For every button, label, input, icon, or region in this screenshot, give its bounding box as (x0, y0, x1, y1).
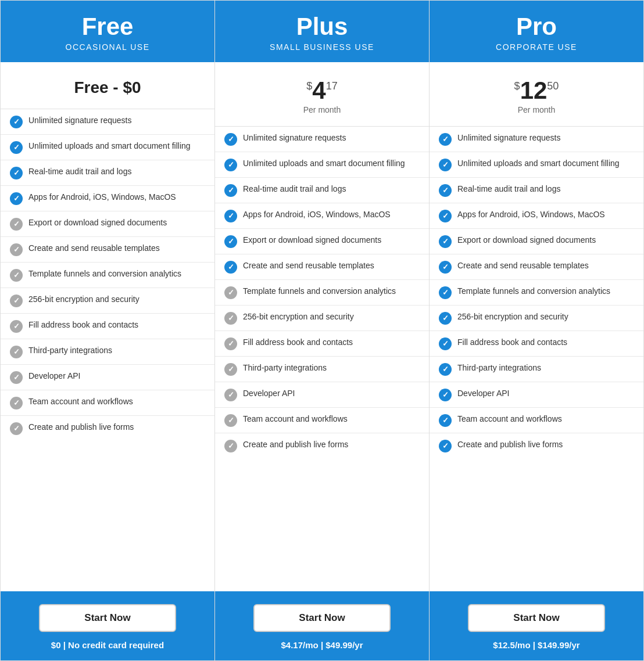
plan-plus-feature-5-text: Create and send reusable templates (243, 260, 374, 272)
plan-free-header: FreeOCCASIONAL USE (1, 1, 214, 62)
plan-plus-feature-9: ✓Third-party integrations (215, 357, 429, 382)
plan-plus-feature-4-text: Export or download signed documents (243, 235, 381, 246)
plan-pro-feature-6: ✓Template funnels and conversion analyti… (430, 280, 643, 306)
plan-plus-price-number: 4 (312, 78, 325, 103)
plan-free-feature-12: ✓Create and publish live forms (1, 416, 214, 441)
plan-free-feature-10-text: Developer API (28, 371, 81, 382)
plan-plus-start-button[interactable]: Start Now (253, 604, 390, 632)
plan-pro-feature-3-text: Apps for Android, iOS, Windows, MacOS (457, 209, 605, 221)
plan-pro-feature-11-text: Team account and workflows (457, 414, 562, 425)
plan-plus-feature-12-check-icon: ✓ (224, 440, 237, 452)
plan-free-feature-5-check-icon: ✓ (10, 243, 23, 256)
plan-pro-feature-6-text: Template funnels and conversion analytic… (457, 286, 610, 297)
plan-free-start-button[interactable]: Start Now (39, 604, 176, 632)
plan-free-name: Free (6, 13, 209, 40)
plan-pro-feature-4: ✓Export or download signed documents (430, 229, 643, 254)
plan-free-feature-1-text: Unlimited uploads and smart document fil… (28, 141, 191, 152)
plan-pro-feature-5: ✓Create and send reusable templates (430, 254, 643, 280)
plan-plus-feature-0: ✓Unlimited signature requests (215, 127, 429, 152)
plan-plus-feature-7-check-icon: ✓ (224, 312, 237, 325)
plan-plus-feature-7-text: 256-bit encryption and security (243, 311, 354, 323)
plan-pro-feature-8: ✓Fill address book and contacts (430, 331, 643, 357)
plan-plus-feature-4-check-icon: ✓ (224, 235, 237, 248)
plan-plus-period: Per month (221, 105, 423, 114)
plan-free-feature-12-check-icon: ✓ (10, 422, 23, 435)
plan-pro-price-note: $12.5/mo | $149.99/yr (493, 640, 579, 650)
plan-free-feature-3-check-icon: ✓ (10, 192, 23, 205)
plan-pro-feature-0: ✓Unlimited signature requests (430, 127, 643, 152)
plan-pro-start-button[interactable]: Start Now (468, 604, 604, 632)
plan-plus-feature-1-text: Unlimited uploads and smart document fil… (243, 158, 405, 170)
plan-free-type: OCCASIONAL USE (6, 42, 209, 52)
plan-free-feature-5: ✓Create and send reusable templates (1, 237, 214, 263)
plan-plus-feature-2: ✓Real-time audit trail and logs (215, 178, 429, 203)
plan-pro-feature-7: ✓256-bit encryption and security (430, 306, 643, 331)
plan-free-feature-9: ✓Third-party integrations (1, 339, 214, 365)
plan-free-feature-8-text: Fill address book and contacts (28, 319, 138, 331)
plan-plus-feature-0-text: Unlimited signature requests (243, 132, 346, 144)
plan-pro-footer: Start Now$12.5/mo | $149.99/yr (430, 591, 643, 660)
plan-plus-name: Plus (221, 13, 423, 40)
plan-pro-feature-5-text: Create and send reusable templates (457, 260, 589, 272)
plan-free-feature-5-text: Create and send reusable templates (28, 243, 160, 254)
plan-free-feature-4: ✓Export or download signed documents (1, 211, 214, 237)
plan-plus-feature-12: ✓Create and publish live forms (215, 433, 429, 458)
plan-plus-type: SMALL BUSINESS USE (221, 42, 423, 52)
plan-free-feature-2: ✓Real-time audit trail and logs (1, 160, 214, 186)
plan-plus-currency: $ (306, 81, 312, 91)
plan-plus-feature-8-text: Fill address book and contacts (243, 337, 353, 349)
plan-free-feature-0-text: Unlimited signature requests (28, 115, 131, 127)
plan-plus-feature-5-check-icon: ✓ (224, 261, 237, 274)
plan-pro-feature-12-text: Create and publish live forms (457, 439, 563, 451)
plan-pro-price: $1250Per month (430, 62, 643, 127)
plan-free-price-text: Free - $0 (6, 78, 209, 97)
plan-plus-feature-6-text: Template funnels and conversion analytic… (243, 286, 396, 297)
plan-pro-name: Pro (435, 13, 638, 40)
plan-pro-feature-2-check-icon: ✓ (439, 184, 452, 197)
plan-plus-feature-7: ✓256-bit encryption and security (215, 306, 429, 331)
plan-free-feature-7: ✓256-bit encryption and security (1, 288, 214, 314)
plan-pro-feature-11-check-icon: ✓ (439, 414, 452, 427)
plan-free-feature-0: ✓Unlimited signature requests (1, 109, 214, 135)
plan-plus-feature-6: ✓Template funnels and conversion analyti… (215, 280, 429, 306)
plan-plus: PlusSMALL BUSINESS USE$417Per month✓Unli… (214, 0, 429, 661)
plan-plus-feature-0-check-icon: ✓ (224, 133, 237, 146)
plan-plus-features: ✓Unlimited signature requests✓Unlimited … (215, 127, 429, 458)
plan-pro-feature-2: ✓Real-time audit trail and logs (430, 178, 643, 203)
plan-free-feature-9-text: Third-party integrations (28, 345, 112, 357)
plan-pro-feature-10-text: Developer API (457, 388, 510, 400)
plan-pro-price-cents: 50 (547, 81, 559, 91)
plan-pro-period: Per month (435, 105, 638, 114)
plan-free-feature-4-text: Export or download signed documents (28, 217, 167, 229)
plan-pro-feature-9: ✓Third-party integrations (430, 357, 643, 382)
plan-pro-feature-12-check-icon: ✓ (439, 440, 452, 452)
plan-plus-price: $417Per month (215, 62, 429, 127)
plan-plus-price-amount: $417 (306, 78, 337, 103)
plan-free-feature-11-text: Team account and workflows (28, 396, 133, 408)
plan-free-feature-9-check-icon: ✓ (10, 346, 23, 358)
plan-pro-feature-5-check-icon: ✓ (439, 261, 452, 274)
plan-plus-feature-3-check-icon: ✓ (224, 210, 237, 222)
plan-pro-feature-9-check-icon: ✓ (439, 363, 452, 376)
plan-free-feature-2-check-icon: ✓ (10, 167, 23, 179)
plan-free-feature-8: ✓Fill address book and contacts (1, 314, 214, 339)
plan-pro-feature-0-check-icon: ✓ (439, 133, 452, 146)
plan-free-feature-11-check-icon: ✓ (10, 397, 23, 409)
plan-free-feature-3-text: Apps for Android, iOS, Windows, MacOS (28, 192, 176, 203)
plan-free-feature-6-text: Template funnels and conversion analytic… (28, 268, 181, 280)
plan-pro-feature-10-check-icon: ✓ (439, 389, 452, 401)
plan-plus-feature-12-text: Create and publish live forms (243, 439, 348, 451)
plan-plus-feature-9-text: Third-party integrations (243, 362, 327, 374)
plan-plus-feature-2-check-icon: ✓ (224, 184, 237, 197)
plan-pro-feature-10: ✓Developer API (430, 382, 643, 408)
plan-plus-feature-4: ✓Export or download signed documents (215, 229, 429, 254)
plan-free-feature-7-check-icon: ✓ (10, 294, 23, 307)
plan-pro-price-number: 12 (520, 78, 548, 103)
plan-pro-feature-7-text: 256-bit encryption and security (457, 311, 568, 323)
plan-free-price-note: $0 | No credit card required (51, 640, 164, 650)
plan-free-feature-4-check-icon: ✓ (10, 218, 23, 231)
plan-plus-feature-10: ✓Developer API (215, 382, 429, 408)
plan-plus-feature-11-check-icon: ✓ (224, 414, 237, 427)
plan-plus-feature-11: ✓Team account and workflows (215, 408, 429, 433)
plan-plus-feature-10-check-icon: ✓ (224, 389, 237, 401)
